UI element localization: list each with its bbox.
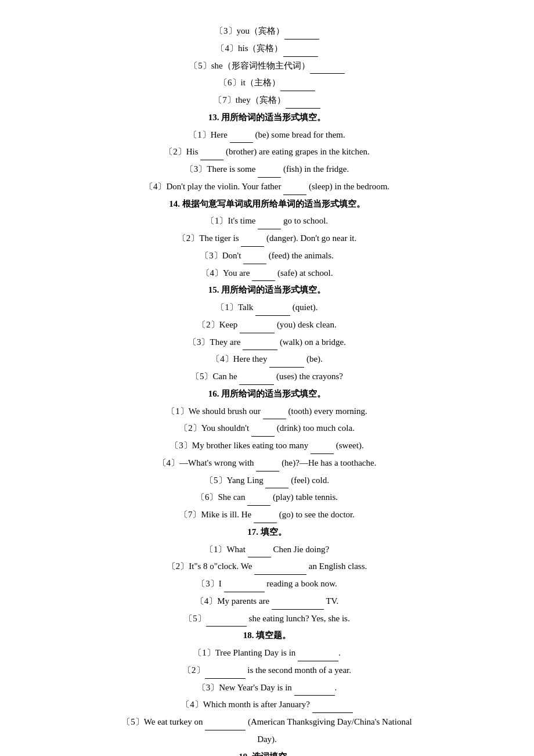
line-13-2: 〔2〕His (brother) are eating grapes in th… bbox=[35, 144, 499, 160]
blank-16-3 bbox=[311, 445, 334, 454]
blank-13-3 bbox=[258, 168, 281, 178]
line-7they: 〔7〕they（宾格） bbox=[35, 92, 499, 109]
line-13-1: 〔1〕Here (be) some bread for them. bbox=[35, 127, 499, 143]
blank-14-4 bbox=[252, 272, 275, 281]
line-16-5: 〔5〕Yang Ling (feel) cold. bbox=[35, 473, 499, 489]
line-6it: 〔6〕it（主格） bbox=[35, 75, 499, 91]
blank-14-2 bbox=[241, 237, 264, 247]
section-14-title: 14. 根据句意写单词或用所给单词的适当形式填空。 bbox=[35, 196, 499, 213]
blank-6it bbox=[280, 82, 315, 91]
blank-16-5 bbox=[265, 479, 288, 488]
blank-3you bbox=[284, 30, 319, 39]
blank-13-4 bbox=[283, 186, 306, 195]
blank-18-1 bbox=[298, 652, 338, 661]
blank-17-2 bbox=[254, 566, 306, 575]
blank-16-4 bbox=[256, 462, 279, 471]
line-15-4: 〔4〕Here they (be). bbox=[35, 351, 499, 368]
section-13-title: 13. 用所给词的适当形式填空。 bbox=[35, 110, 499, 126]
line-17-4: 〔4〕My parents are TV. bbox=[35, 593, 499, 610]
line-18-5a: 〔5〕We eat turkey on (American Thanksgivi… bbox=[35, 714, 499, 730]
line-13-4: 〔4〕Don't play the violin. Your father (s… bbox=[35, 179, 499, 195]
line-14-3: 〔3〕Don't (feed) the animals. bbox=[35, 248, 499, 264]
blank-13-1 bbox=[230, 134, 253, 143]
line-18-1: 〔1〕Tree Planting Day is in . bbox=[35, 645, 499, 661]
line-16-7: 〔7〕Mike is ill. He (go) to see the docto… bbox=[35, 507, 499, 523]
line-15-3: 〔3〕They are (walk) on a bridge. bbox=[35, 334, 499, 351]
section-19-title: 19. 选词填空。 bbox=[35, 749, 499, 757]
blank-15-3 bbox=[243, 341, 277, 350]
blank-15-2 bbox=[240, 324, 275, 333]
line-15-5: 〔5〕Can he (uses) the crayons? bbox=[35, 369, 499, 385]
line-16-4: 〔4〕—What's wrong with (he)?—He has a too… bbox=[35, 455, 499, 471]
blank-15-5 bbox=[239, 376, 274, 385]
blank-18-5 bbox=[205, 721, 246, 730]
blank-17-4 bbox=[272, 600, 324, 610]
line-16-6: 〔6〕She can (play) table tennis. bbox=[35, 489, 499, 506]
line-17-3: 〔3〕I reading a book now. bbox=[35, 576, 499, 592]
blank-15-1 bbox=[255, 307, 290, 316]
blank-13-2 bbox=[200, 151, 223, 160]
blank-17-1 bbox=[248, 548, 271, 557]
blank-14-3 bbox=[243, 255, 266, 264]
section-18-title: 18. 填空题。 bbox=[35, 628, 499, 644]
blank-16-2 bbox=[251, 427, 275, 437]
line-4his: 〔4〕his（宾格） bbox=[35, 41, 499, 57]
line-14-2: 〔2〕The tiger is (danger). Don't go near … bbox=[35, 231, 499, 247]
line-18-5b: Day). bbox=[35, 732, 499, 748]
blank-7they bbox=[286, 99, 320, 109]
blank-5she bbox=[310, 64, 345, 74]
blank-18-4 bbox=[312, 704, 353, 713]
line-16-3: 〔3〕My brother likes eating too many (swe… bbox=[35, 438, 499, 454]
line-18-3: 〔3〕New Year's Day is in . bbox=[35, 680, 499, 696]
line-15-2: 〔2〕Keep (you) desk clean. bbox=[35, 317, 499, 333]
line-14-4: 〔4〕You are (safe) at school. bbox=[35, 265, 499, 282]
blank-17-5 bbox=[206, 617, 247, 627]
section-15-title: 15. 用所给词的适当形式填空。 bbox=[35, 282, 499, 298]
line-18-2: 〔2〕 is the second month of a year. bbox=[35, 663, 499, 679]
main-content: 〔3〕you（宾格） 〔4〕his（宾格） 〔5〕she（形容词性物主代词） 〔… bbox=[35, 23, 499, 756]
blank-4his bbox=[283, 48, 318, 57]
line-17-1: 〔1〕What Chen Jie doing? bbox=[35, 542, 499, 558]
blank-18-2 bbox=[205, 669, 246, 679]
line-15-1: 〔1〕Talk (quiet). bbox=[35, 300, 499, 316]
line-13-3: 〔3〕There is some (fish) in the fridge. bbox=[35, 161, 499, 178]
blank-16-7 bbox=[254, 514, 277, 523]
blank-14-1 bbox=[258, 220, 281, 229]
line-16-2: 〔2〕You shouldn't (drink) too much cola. bbox=[35, 420, 499, 437]
section-17-title: 17. 填空。 bbox=[35, 524, 499, 541]
line-17-5: 〔5〕 she eating lunch? Yes, she is. bbox=[35, 611, 499, 627]
section-16-title: 16. 用所给词的适当形式填空。 bbox=[35, 386, 499, 402]
line-17-2: 〔2〕It"s 8 o"clock. We an English class. bbox=[35, 559, 499, 575]
line-14-1: 〔1〕It's time go to school. bbox=[35, 213, 499, 229]
blank-16-6 bbox=[247, 496, 270, 506]
line-5she: 〔5〕she（形容词性物主代词） bbox=[35, 58, 499, 74]
blank-18-3 bbox=[294, 686, 335, 696]
blank-15-4 bbox=[269, 358, 304, 368]
line-18-4: 〔4〕Which month is after January? bbox=[35, 697, 499, 713]
blank-16-1 bbox=[263, 410, 286, 419]
line-16-1: 〔1〕We should brush our (tooth) every mor… bbox=[35, 404, 499, 420]
blank-17-3 bbox=[224, 583, 265, 592]
line-3you: 〔3〕you（宾格） bbox=[35, 23, 499, 39]
